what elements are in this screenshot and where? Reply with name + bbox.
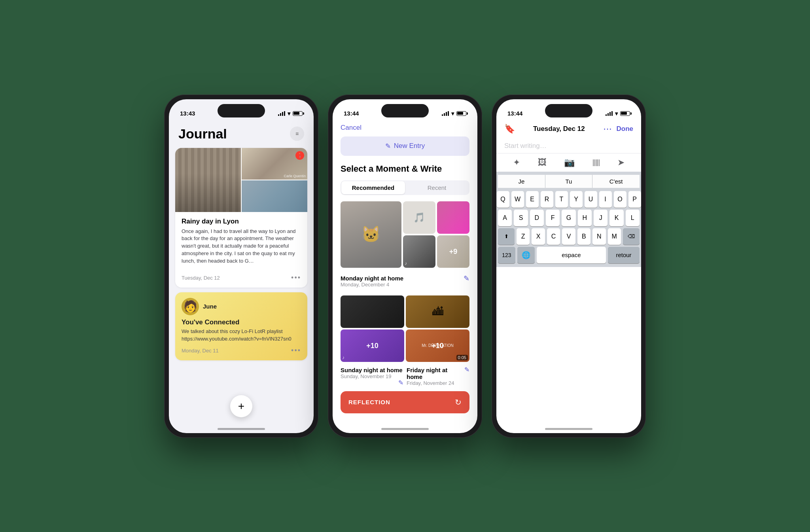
key-z[interactable]: Z	[517, 228, 530, 245]
key-suggestions-row: Je Tu C'est	[498, 175, 640, 188]
status-icons-1: ▾	[278, 110, 303, 117]
select-moment-title: Select a Moment & Write	[333, 164, 477, 180]
moment-cell-br1: ♪	[403, 235, 435, 268]
moment-grid-2: 🏙 ♪ +10 Mr. DÉSOLATION +10 0:05	[341, 295, 469, 362]
battery-1	[293, 111, 303, 116]
new-entry-top-bar: Cancel	[333, 122, 477, 136]
dynamic-island	[218, 104, 265, 117]
space-key[interactable]: espace	[537, 247, 606, 263]
menu-button[interactable]: ≡	[290, 127, 304, 141]
shift-key[interactable]: ⬆	[498, 228, 515, 245]
new-entry-button[interactable]: ✎ New Entry	[341, 136, 469, 156]
key-i[interactable]: I	[599, 191, 612, 208]
connected-card-body: We talked about this cozy Lo-Fi LotR pla…	[175, 328, 307, 345]
photo-label: Carle Quentin	[284, 174, 306, 178]
plus-badge-10-fri: +10	[431, 341, 444, 350]
moment-friday-edit[interactable]: ✎	[464, 366, 469, 373]
moment-cell-br2: +9	[437, 235, 469, 268]
home-indicator-3	[545, 428, 592, 430]
done-button[interactable]: Done	[617, 125, 634, 133]
bookmark-icon[interactable]: 🔖	[504, 124, 515, 134]
writing-area[interactable]: Start writing…	[496, 139, 641, 153]
send-icon[interactable]: ➤	[617, 157, 625, 168]
moment-bottom-row: 🏙 ♪ +10 Mr. DÉSOLATION +10 0:05	[333, 295, 477, 391]
more-button[interactable]: •••	[291, 274, 301, 282]
audio-waveform-icon[interactable]: |||||	[592, 158, 600, 167]
key-k[interactable]: K	[609, 210, 623, 226]
moment-cell-tr1: 🎵	[403, 201, 435, 234]
connected-more-button[interactable]: •••	[291, 346, 301, 355]
moment-cell-friday-2: Mr. DÉSOLATION +10 0:05	[406, 329, 469, 362]
tab-recent[interactable]: Recent	[405, 181, 469, 194]
battery-3	[620, 111, 630, 116]
key-s[interactable]: S	[514, 210, 528, 226]
key-d[interactable]: D	[530, 210, 544, 226]
moment-monday: 🐱 🎵 ♪ +9	[333, 201, 477, 295]
key-x[interactable]: X	[532, 228, 545, 245]
key-v[interactable]: V	[562, 228, 575, 245]
moment-cell-sunday-1	[341, 295, 404, 328]
status-time-2: 13:44	[344, 110, 359, 117]
tab-recommended[interactable]: Recommended	[341, 181, 405, 194]
key-f[interactable]: F	[546, 210, 560, 226]
keyboard-row-4: 123 🌐 espace retour	[498, 247, 640, 263]
key-w[interactable]: W	[511, 191, 524, 208]
key-o[interactable]: O	[614, 191, 626, 208]
card-date: Tuesday, Dec 12	[182, 275, 220, 281]
key-e[interactable]: E	[526, 191, 539, 208]
reflection-banner[interactable]: REFLECTION ↻	[341, 391, 469, 413]
journal-card-connected[interactable]: 🧑 June You've Connected We talked about …	[175, 292, 307, 361]
key-t[interactable]: T	[555, 191, 568, 208]
moment-sunday-edit[interactable]: ✎	[398, 379, 403, 386]
delete-key[interactable]: ⌫	[623, 228, 640, 245]
cancel-button[interactable]: Cancel	[341, 124, 361, 132]
key-r[interactable]: R	[541, 191, 553, 208]
key-j[interactable]: J	[594, 210, 608, 226]
key-q[interactable]: Q	[497, 191, 509, 208]
moment-1-edit-button[interactable]: ✎	[464, 274, 469, 283]
journal-card-rainy-day[interactable]: Carle Quentin 📍 +2 Rainy day in Lyon Onc…	[175, 148, 307, 288]
connected-card-title: You've Connected	[175, 315, 307, 328]
photo-library-icon[interactable]: 🖼	[538, 157, 547, 168]
suggestion-cest[interactable]: C'est	[592, 175, 640, 188]
new-entry-label: New Entry	[394, 142, 425, 150]
moment-cell-sunday-2: ♪ +10	[341, 329, 404, 362]
key-u[interactable]: U	[585, 191, 597, 208]
key-g[interactable]: G	[562, 210, 575, 226]
camera-icon[interactable]: 📷	[564, 157, 575, 168]
globe-key[interactable]: 🌐	[517, 247, 535, 263]
key-n[interactable]: N	[592, 228, 606, 245]
writing-date: Tuesday, Dec 12	[533, 125, 585, 133]
writing-placeholder: Start writing…	[504, 142, 547, 150]
wifi-icon-2: ▾	[451, 110, 454, 117]
moment-cell-friday-1: 🏙	[406, 295, 469, 328]
key-b[interactable]: B	[577, 228, 590, 245]
key-h[interactable]: H	[578, 210, 592, 226]
key-y[interactable]: Y	[570, 191, 583, 208]
status-icons-2: ▾	[442, 110, 466, 117]
moment-cell-tr2	[437, 201, 469, 234]
more-options-button[interactable]: ⋯	[603, 124, 612, 134]
key-a[interactable]: A	[498, 210, 512, 226]
return-key[interactable]: retour	[608, 247, 640, 263]
suggestion-tu[interactable]: Tu	[545, 175, 592, 188]
card-title: Rainy day in Lyon	[182, 218, 301, 225]
card-photo-3	[242, 180, 307, 212]
keyboard-row-3: ⬆ Z X C V B N M ⌫	[498, 228, 640, 245]
key-c[interactable]: C	[547, 228, 560, 245]
status-time-3: 13:44	[507, 110, 522, 117]
home-indicator-2	[381, 428, 429, 430]
moment-cell-main: 🐱	[341, 201, 401, 268]
moment-friday-name: Friday night at home	[407, 367, 464, 380]
reflection-label: REFLECTION	[348, 399, 390, 405]
suggestion-je[interactable]: Je	[498, 175, 545, 188]
moment-tabs: Recommended Recent	[341, 180, 469, 195]
map-pin-icon: 📍	[295, 151, 304, 160]
magic-icon[interactable]: ✦	[513, 157, 520, 168]
key-p[interactable]: P	[628, 191, 641, 208]
key-m[interactable]: M	[608, 228, 621, 245]
card-footer: Tuesday, Dec 12 •••	[175, 271, 307, 288]
num-key[interactable]: 123	[498, 247, 515, 263]
fab-button[interactable]: +	[230, 395, 252, 417]
key-l[interactable]: L	[626, 210, 640, 226]
